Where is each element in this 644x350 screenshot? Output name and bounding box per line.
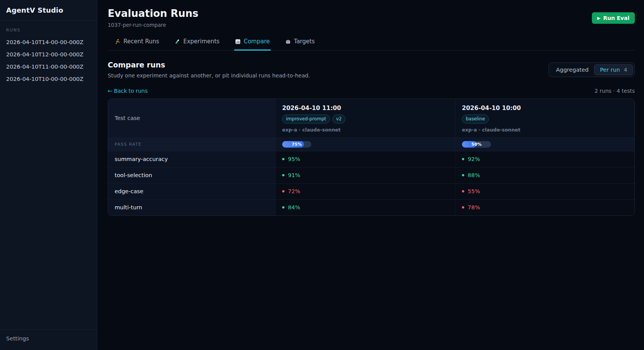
tab-label: Experiments <box>183 38 219 45</box>
sidebar-footer: Settings <box>0 329 97 350</box>
toggle-per-run-label: Per run <box>600 67 620 73</box>
test-case-header: Test case <box>108 99 275 138</box>
tab-label: Recent Runs <box>123 38 159 45</box>
settings-link[interactable]: Settings <box>6 335 91 342</box>
status-dot-icon <box>462 206 464 209</box>
status-dot-icon <box>282 206 284 209</box>
test-result-value: 91% <box>288 172 300 178</box>
test-result-value: 92% <box>468 156 480 162</box>
sidebar-header: AgentV Studio <box>0 0 97 21</box>
run-timestamp: 2026-04-10 10:00 <box>462 105 628 112</box>
runs-section-label: RUNS <box>6 28 91 33</box>
status-dot-icon <box>282 174 284 176</box>
tab-label: Compare <box>244 38 270 45</box>
table-toolbar: ← Back to runs 2 runs · 4 tests <box>108 88 635 94</box>
tab-recent-runs[interactable]: Recent Runs <box>114 37 160 51</box>
test-case-name: tool-selection <box>108 167 275 183</box>
back-to-runs-link[interactable]: ← Back to runs <box>108 88 148 94</box>
compare-description: Study one experiment against another, or… <box>108 72 310 79</box>
compare-section-header: Compare runs Study one experiment agains… <box>108 61 635 79</box>
toggle-count-badge: 4 <box>624 67 627 73</box>
test-result-value: 95% <box>288 156 300 162</box>
run-model: exp-a · claude-sonnet <box>462 127 628 133</box>
robot-icon <box>285 39 291 44</box>
run-column-header: 2026-04-10 11:00 improved-prompt v2 exp-… <box>275 99 455 138</box>
app-title: AgentV Studio <box>6 6 91 14</box>
tab-compare[interactable]: Compare <box>234 37 271 51</box>
pass-rate-cell: 75% <box>275 138 455 151</box>
run-timestamp: 2026-04-10 11:00 <box>282 105 449 112</box>
page-subtitle: 1037-per-run-compare <box>108 22 199 28</box>
test-case-name: summary-accuracy <box>108 151 275 167</box>
status-dot-icon <box>462 158 464 160</box>
run-badge: baseline <box>462 115 489 123</box>
test-result-cell: 95% <box>275 151 455 167</box>
test-result-value: 84% <box>288 204 300 210</box>
view-mode-toggle: Aggregated Per run 4 <box>549 62 635 77</box>
sidebar-run-item[interactable]: 2026-04-10T10-00-00-000Z <box>6 75 91 83</box>
run-badges: baseline <box>462 115 628 123</box>
toggle-per-run[interactable]: Per run 4 <box>594 64 633 75</box>
compare-title: Compare runs <box>108 61 310 69</box>
pass-rate-value: 50% <box>462 141 491 148</box>
test-result-cell: 92% <box>455 151 634 167</box>
tab-label: Targets <box>294 38 315 45</box>
run-badge: improved-prompt <box>282 115 330 123</box>
sidebar-run-item[interactable]: 2026-04-10T12-00-00-000Z <box>6 51 91 58</box>
test-case-name: multi-turn <box>108 199 275 215</box>
status-dot-icon <box>282 158 284 160</box>
bar-chart-icon <box>235 39 241 44</box>
sidebar-run-item[interactable]: 2026-04-10T11-00-00-000Z <box>6 63 91 71</box>
pass-rate-bar: 50% <box>462 141 491 148</box>
test-result-value: 55% <box>468 188 480 194</box>
sidebar: AgentV Studio RUNS 2026-04-10T14-00-00-0… <box>0 0 97 350</box>
sidebar-runs-nav: RUNS 2026-04-10T14-00-00-000Z 2026-04-10… <box>0 21 97 329</box>
test-result-cell: 91% <box>275 167 455 183</box>
test-result-cell: 72% <box>275 183 455 199</box>
main-content: Evaluation Runs 1037-per-run-compare ▶ R… <box>97 0 644 350</box>
sidebar-run-item[interactable]: 2026-04-10T14-00-00-000Z <box>6 38 91 46</box>
status-dot-icon <box>462 190 464 192</box>
pass-rate-label: PASS RATE <box>108 138 275 151</box>
tab-bar: Recent Runs Experiments Compare Targets <box>108 37 635 51</box>
tab-experiments[interactable]: Experiments <box>174 37 220 51</box>
compare-table: Test case 2026-04-10 11:00 improved-prom… <box>108 99 635 216</box>
runs-tests-meta: 2 runs · 4 tests <box>595 88 635 94</box>
test-result-cell: 78% <box>455 199 634 215</box>
run-eval-label: Run Eval <box>603 15 629 21</box>
toggle-aggregated[interactable]: Aggregated <box>550 64 595 75</box>
test-case-name: edge-case <box>108 183 275 199</box>
test-result-value: 78% <box>468 204 480 210</box>
pass-rate-cell: 50% <box>455 138 634 151</box>
tab-targets[interactable]: Targets <box>284 37 315 51</box>
page-header: Evaluation Runs 1037-per-run-compare ▶ R… <box>108 8 635 28</box>
test-result-cell: 55% <box>455 183 634 199</box>
test-result-cell: 84% <box>275 199 455 215</box>
status-dot-icon <box>462 174 464 176</box>
run-eval-button[interactable]: ▶ Run Eval <box>592 12 635 24</box>
pass-rate-value: 75% <box>282 141 311 148</box>
test-result-value: 72% <box>288 188 300 194</box>
page-title: Evaluation Runs <box>108 8 199 19</box>
pass-rate-bar: 75% <box>282 141 311 148</box>
test-tube-icon <box>174 39 180 44</box>
run-column-header: 2026-04-10 10:00 baseline exp-a · claude… <box>455 99 634 138</box>
runner-icon <box>115 39 120 44</box>
app-root: AgentV Studio RUNS 2026-04-10T14-00-00-0… <box>0 0 644 350</box>
test-result-cell: 88% <box>455 167 634 183</box>
play-icon: ▶ <box>597 16 600 20</box>
run-badge: v2 <box>332 115 346 123</box>
status-dot-icon <box>282 190 284 192</box>
test-result-value: 88% <box>468 172 480 178</box>
run-model: exp-a · claude-sonnet <box>282 127 449 133</box>
run-badges: improved-prompt v2 <box>282 115 449 123</box>
